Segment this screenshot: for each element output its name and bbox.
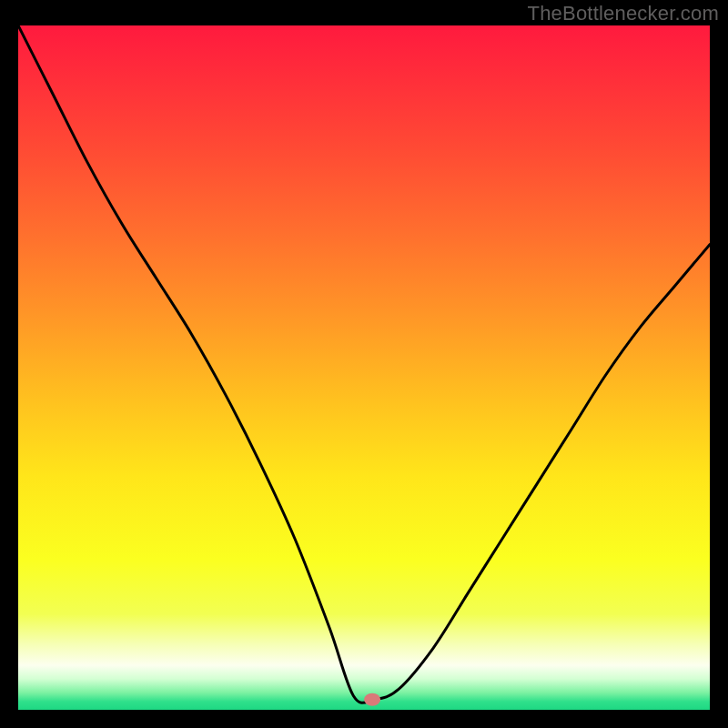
gradient-background [18,25,710,710]
bottleneck-chart [18,25,710,710]
min-marker [364,693,380,706]
watermark-text: TheBottlenecker.com [528,2,719,25]
chart-frame: TheBottlenecker.com [0,0,728,728]
plot-area [18,25,710,710]
